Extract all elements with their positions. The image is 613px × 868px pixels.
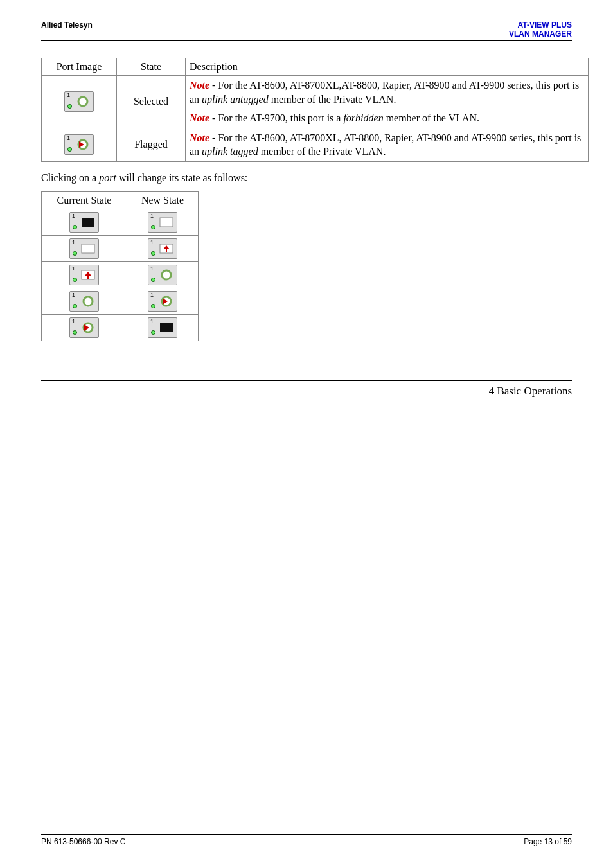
svg-rect-11 (87, 276, 89, 279)
port-led-icon (73, 330, 77, 335)
port-led-icon (151, 251, 155, 256)
port-number: 1 (67, 93, 70, 98)
note-label: Note (190, 132, 209, 143)
cell-current: 1 (42, 236, 127, 262)
page: Allied Telesyn AT-VIEW PLUS VLAN MANAGER… (0, 0, 613, 868)
table-row: 1 1 (42, 315, 199, 341)
port-led-icon (73, 304, 77, 308)
port-number: 1 (150, 266, 154, 272)
port-number: 1 (150, 319, 154, 324)
svg-rect-8 (166, 249, 167, 252)
cell-new: 1 (127, 315, 199, 341)
header-right-1: AT-VIEW PLUS (518, 21, 572, 30)
svg-point-13 (84, 297, 93, 306)
cell-current: 1 (42, 315, 127, 341)
port-flag-icon: 1 (148, 291, 177, 312)
desc-text: - For the AT-9700, this port is a (209, 112, 343, 123)
th-current-state: Current State (42, 192, 127, 209)
para-pre: Clicking on a (41, 172, 99, 183)
port-number: 1 (67, 136, 70, 141)
port-black-icon: 1 (69, 212, 99, 233)
cell-new: 1 (127, 262, 199, 288)
cell-new: 1 (127, 288, 199, 315)
cell-new: 1 (127, 209, 199, 236)
port-number: 1 (150, 213, 154, 219)
port-number: 1 (72, 319, 75, 324)
desc-ital: forbidden (343, 112, 383, 123)
port-shape (75, 139, 91, 150)
port-led-icon (67, 104, 72, 109)
table-row: 1 Flagged Note - For the AT-8600, AT-870… (42, 128, 589, 161)
table-header-row: Port Image State Description (42, 58, 589, 76)
port-ring-icon: 1 (148, 265, 177, 285)
svg-point-0 (78, 97, 87, 106)
port-shape (75, 96, 91, 107)
port-led-icon (73, 278, 77, 282)
cell-state: Selected (117, 76, 186, 128)
port-led-icon (151, 225, 155, 229)
port-blank-icon: 1 (69, 238, 99, 259)
header-right-2: VLAN MANAGER (509, 30, 572, 39)
page-footer: PN 613-50666-00 Rev C Page 13 of 59 (41, 834, 572, 846)
cell-port-image: 1 (42, 128, 117, 161)
table-row: 1 Selected Note - For the AT-8600, AT-87… (42, 76, 589, 128)
desc-ital: uplink tagged (202, 146, 258, 157)
th-port-image: Port Image (42, 58, 117, 76)
svg-rect-5 (82, 244, 94, 253)
cell-current: 1 (42, 209, 127, 236)
cell-description: Note - For the AT-8600, AT-8700XL, AT-88… (186, 128, 589, 161)
th-new-state: New State (127, 192, 199, 209)
section-title: 4 Basic Operations (41, 385, 572, 398)
svg-point-12 (162, 270, 171, 279)
port-number: 1 (72, 213, 75, 219)
svg-rect-3 (82, 218, 94, 227)
desc-text: member of the VLAN. (384, 112, 479, 123)
port-blank-icon: 1 (148, 212, 177, 233)
port-pin-icon: 1 (69, 265, 99, 285)
cell-state: Flagged (117, 128, 186, 161)
cell-current: 1 (42, 288, 127, 315)
header-rule (41, 40, 572, 41)
port-flag-icon: 1 (69, 317, 99, 338)
port-ring-icon: 1 (64, 91, 94, 112)
port-led-icon (67, 147, 72, 152)
desc-text: member of the Private VLAN. (258, 146, 386, 157)
footer-left: PN 613-50666-00 Rev C (41, 837, 125, 846)
cell-description: Note - For the AT-8600, AT-8700XL,AT-880… (186, 76, 589, 128)
paragraph: Clicking on a port will change its state… (41, 171, 572, 185)
para-ital: port (99, 172, 116, 183)
para-post: will change its state as follows: (116, 172, 247, 183)
port-number: 1 (72, 240, 75, 245)
port-led-icon (151, 330, 155, 335)
svg-rect-4 (160, 218, 173, 227)
table-header-row: Current State New State (42, 192, 199, 209)
port-state-table: Port Image State Description 1 Selected … (41, 58, 589, 162)
footer-right: Page 13 of 59 (524, 837, 572, 846)
cell-current: 1 (42, 262, 127, 288)
header-right: AT-VIEW PLUS VLAN MANAGER (509, 21, 572, 39)
header-left: Allied Telesyn (41, 21, 93, 39)
desc-text: member of the Private VLAN. (269, 94, 396, 105)
desc-ital: uplink untagged (202, 94, 269, 105)
table-row: 1 1 (42, 236, 199, 262)
port-number: 1 (72, 292, 75, 298)
port-led-icon (151, 304, 155, 308)
note-label: Note (190, 112, 209, 123)
port-led-icon (73, 225, 77, 229)
table-row: 1 1 (42, 209, 199, 236)
note-label: Note (190, 80, 209, 91)
svg-rect-18 (160, 323, 173, 332)
port-number: 1 (72, 266, 75, 272)
table-row: 1 1 (42, 288, 199, 315)
cell-new: 1 (127, 236, 199, 262)
port-pin-icon: 1 (148, 238, 177, 259)
port-led-icon (151, 278, 155, 282)
port-flag-icon: 1 (64, 134, 94, 155)
table-row: 1 1 (42, 262, 199, 288)
th-description: Description (186, 58, 589, 76)
footer-rule (41, 834, 572, 835)
port-black-icon: 1 (148, 317, 177, 338)
port-led-icon (73, 251, 77, 256)
state-transition-table: Current State New State 1 1 (41, 191, 199, 341)
section-rule (41, 380, 572, 381)
